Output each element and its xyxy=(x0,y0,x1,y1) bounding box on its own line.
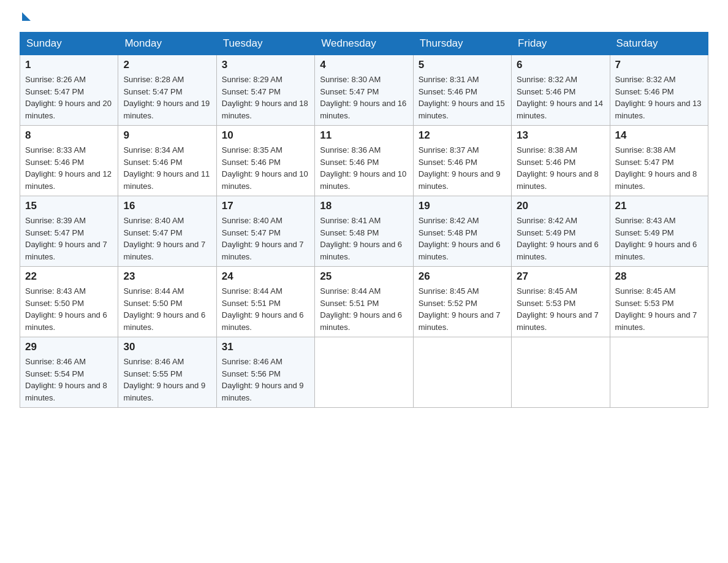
day-info: Sunrise: 8:40 AMSunset: 5:47 PMDaylight:… xyxy=(222,216,304,261)
calendar-day-cell: 17 Sunrise: 8:40 AMSunset: 5:47 PMDaylig… xyxy=(216,196,314,267)
calendar-day-cell: 24 Sunrise: 8:44 AMSunset: 5:51 PMDaylig… xyxy=(216,267,314,337)
day-number: 9 xyxy=(123,129,211,142)
calendar-week-row: 1 Sunrise: 8:26 AMSunset: 5:47 PMDayligh… xyxy=(20,55,708,126)
day-info: Sunrise: 8:46 AMSunset: 5:56 PMDaylight:… xyxy=(222,357,304,402)
day-info: Sunrise: 8:42 AMSunset: 5:49 PMDaylight:… xyxy=(517,216,599,261)
col-header-monday: Monday xyxy=(118,33,216,55)
calendar-day-cell: 3 Sunrise: 8:29 AMSunset: 5:47 PMDayligh… xyxy=(216,55,314,126)
calendar-day-cell: 9 Sunrise: 8:34 AMSunset: 5:46 PMDayligh… xyxy=(118,126,216,196)
day-info: Sunrise: 8:41 AMSunset: 5:48 PMDaylight:… xyxy=(320,216,402,261)
day-info: Sunrise: 8:37 AMSunset: 5:46 PMDaylight:… xyxy=(419,145,501,191)
page-header xyxy=(20,15,708,21)
logo-triangle-icon xyxy=(22,12,31,21)
day-number: 22 xyxy=(25,270,113,283)
day-info: Sunrise: 8:42 AMSunset: 5:48 PMDaylight:… xyxy=(419,216,501,261)
calendar-day-cell: 13 Sunrise: 8:38 AMSunset: 5:46 PMDaylig… xyxy=(512,126,610,196)
day-number: 21 xyxy=(615,200,703,212)
day-info: Sunrise: 8:45 AMSunset: 5:53 PMDaylight:… xyxy=(517,286,599,332)
calendar-header-row: SundayMondayTuesdayWednesdayThursdayFrid… xyxy=(20,33,708,55)
day-number: 28 xyxy=(615,270,703,283)
calendar-day-cell: 1 Sunrise: 8:26 AMSunset: 5:47 PMDayligh… xyxy=(20,55,118,126)
day-info: Sunrise: 8:32 AMSunset: 5:46 PMDaylight:… xyxy=(615,75,702,120)
day-number: 8 xyxy=(25,129,113,142)
day-info: Sunrise: 8:26 AMSunset: 5:47 PMDaylight:… xyxy=(25,75,112,120)
calendar-day-cell: 21 Sunrise: 8:43 AMSunset: 5:49 PMDaylig… xyxy=(610,196,708,267)
empty-cell xyxy=(610,337,708,408)
calendar-day-cell: 22 Sunrise: 8:43 AMSunset: 5:50 PMDaylig… xyxy=(20,267,118,337)
day-info: Sunrise: 8:32 AMSunset: 5:46 PMDaylight:… xyxy=(517,75,603,120)
day-number: 13 xyxy=(517,129,604,142)
day-info: Sunrise: 8:44 AMSunset: 5:51 PMDaylight:… xyxy=(222,286,304,332)
day-number: 4 xyxy=(320,59,408,71)
logo xyxy=(20,15,31,21)
day-number: 11 xyxy=(320,129,408,142)
day-info: Sunrise: 8:46 AMSunset: 5:54 PMDaylight:… xyxy=(25,357,107,402)
day-number: 17 xyxy=(222,200,309,212)
calendar-day-cell: 10 Sunrise: 8:35 AMSunset: 5:46 PMDaylig… xyxy=(216,126,314,196)
day-number: 19 xyxy=(419,200,506,212)
day-info: Sunrise: 8:43 AMSunset: 5:49 PMDaylight:… xyxy=(615,216,697,261)
day-number: 25 xyxy=(320,270,408,283)
day-info: Sunrise: 8:28 AMSunset: 5:47 PMDaylight:… xyxy=(123,75,210,120)
day-info: Sunrise: 8:46 AMSunset: 5:55 PMDaylight:… xyxy=(123,357,205,402)
day-info: Sunrise: 8:43 AMSunset: 5:50 PMDaylight:… xyxy=(25,286,107,332)
day-info: Sunrise: 8:35 AMSunset: 5:46 PMDaylight:… xyxy=(222,145,308,191)
day-info: Sunrise: 8:39 AMSunset: 5:47 PMDaylight:… xyxy=(25,216,107,261)
empty-cell xyxy=(315,337,413,408)
calendar-week-row: 29 Sunrise: 8:46 AMSunset: 5:54 PMDaylig… xyxy=(20,337,708,408)
calendar-day-cell: 12 Sunrise: 8:37 AMSunset: 5:46 PMDaylig… xyxy=(413,126,511,196)
calendar-week-row: 15 Sunrise: 8:39 AMSunset: 5:47 PMDaylig… xyxy=(20,196,708,267)
calendar-week-row: 22 Sunrise: 8:43 AMSunset: 5:50 PMDaylig… xyxy=(20,267,708,337)
day-number: 26 xyxy=(419,270,506,283)
col-header-wednesday: Wednesday xyxy=(315,33,413,55)
day-number: 10 xyxy=(222,129,309,142)
day-number: 6 xyxy=(517,59,604,71)
calendar-day-cell: 19 Sunrise: 8:42 AMSunset: 5:48 PMDaylig… xyxy=(413,196,511,267)
calendar-day-cell: 7 Sunrise: 8:32 AMSunset: 5:46 PMDayligh… xyxy=(610,55,708,126)
calendar-day-cell: 4 Sunrise: 8:30 AMSunset: 5:47 PMDayligh… xyxy=(315,55,413,126)
calendar-day-cell: 16 Sunrise: 8:40 AMSunset: 5:47 PMDaylig… xyxy=(118,196,216,267)
day-info: Sunrise: 8:30 AMSunset: 5:47 PMDaylight:… xyxy=(320,75,406,120)
day-info: Sunrise: 8:38 AMSunset: 5:47 PMDaylight:… xyxy=(615,145,697,191)
calendar-day-cell: 29 Sunrise: 8:46 AMSunset: 5:54 PMDaylig… xyxy=(20,337,118,408)
day-number: 23 xyxy=(123,270,211,283)
day-number: 24 xyxy=(222,270,309,283)
calendar-day-cell: 28 Sunrise: 8:45 AMSunset: 5:53 PMDaylig… xyxy=(610,267,708,337)
col-header-thursday: Thursday xyxy=(413,33,511,55)
col-header-saturday: Saturday xyxy=(610,33,708,55)
calendar-day-cell: 6 Sunrise: 8:32 AMSunset: 5:46 PMDayligh… xyxy=(512,55,610,126)
calendar-day-cell: 20 Sunrise: 8:42 AMSunset: 5:49 PMDaylig… xyxy=(512,196,610,267)
empty-cell xyxy=(413,337,511,408)
day-number: 27 xyxy=(517,270,604,283)
col-header-tuesday: Tuesday xyxy=(216,33,314,55)
day-number: 20 xyxy=(517,200,604,212)
day-info: Sunrise: 8:29 AMSunset: 5:47 PMDaylight:… xyxy=(222,75,308,120)
day-number: 31 xyxy=(222,341,309,353)
day-number: 1 xyxy=(25,59,113,71)
day-number: 3 xyxy=(222,59,309,71)
day-info: Sunrise: 8:44 AMSunset: 5:50 PMDaylight:… xyxy=(123,286,205,332)
col-header-sunday: Sunday xyxy=(20,33,118,55)
day-number: 15 xyxy=(25,200,113,212)
day-number: 18 xyxy=(320,200,408,212)
day-info: Sunrise: 8:36 AMSunset: 5:46 PMDaylight:… xyxy=(320,145,406,191)
calendar-day-cell: 26 Sunrise: 8:45 AMSunset: 5:52 PMDaylig… xyxy=(413,267,511,337)
calendar-day-cell: 15 Sunrise: 8:39 AMSunset: 5:47 PMDaylig… xyxy=(20,196,118,267)
calendar-day-cell: 30 Sunrise: 8:46 AMSunset: 5:55 PMDaylig… xyxy=(118,337,216,408)
day-number: 5 xyxy=(419,59,506,71)
calendar-day-cell: 8 Sunrise: 8:33 AMSunset: 5:46 PMDayligh… xyxy=(20,126,118,196)
calendar-day-cell: 27 Sunrise: 8:45 AMSunset: 5:53 PMDaylig… xyxy=(512,267,610,337)
day-info: Sunrise: 8:45 AMSunset: 5:53 PMDaylight:… xyxy=(615,286,697,332)
day-info: Sunrise: 8:40 AMSunset: 5:47 PMDaylight:… xyxy=(123,216,205,261)
day-info: Sunrise: 8:33 AMSunset: 5:46 PMDaylight:… xyxy=(25,145,112,191)
calendar-day-cell: 25 Sunrise: 8:44 AMSunset: 5:51 PMDaylig… xyxy=(315,267,413,337)
calendar-day-cell: 18 Sunrise: 8:41 AMSunset: 5:48 PMDaylig… xyxy=(315,196,413,267)
day-info: Sunrise: 8:38 AMSunset: 5:46 PMDaylight:… xyxy=(517,145,599,191)
calendar-table: SundayMondayTuesdayWednesdayThursdayFrid… xyxy=(20,32,708,408)
calendar-day-cell: 23 Sunrise: 8:44 AMSunset: 5:50 PMDaylig… xyxy=(118,267,216,337)
day-info: Sunrise: 8:44 AMSunset: 5:51 PMDaylight:… xyxy=(320,286,402,332)
col-header-friday: Friday xyxy=(512,33,610,55)
day-number: 7 xyxy=(615,59,703,71)
calendar-day-cell: 11 Sunrise: 8:36 AMSunset: 5:46 PMDaylig… xyxy=(315,126,413,196)
day-info: Sunrise: 8:31 AMSunset: 5:46 PMDaylight:… xyxy=(419,75,505,120)
